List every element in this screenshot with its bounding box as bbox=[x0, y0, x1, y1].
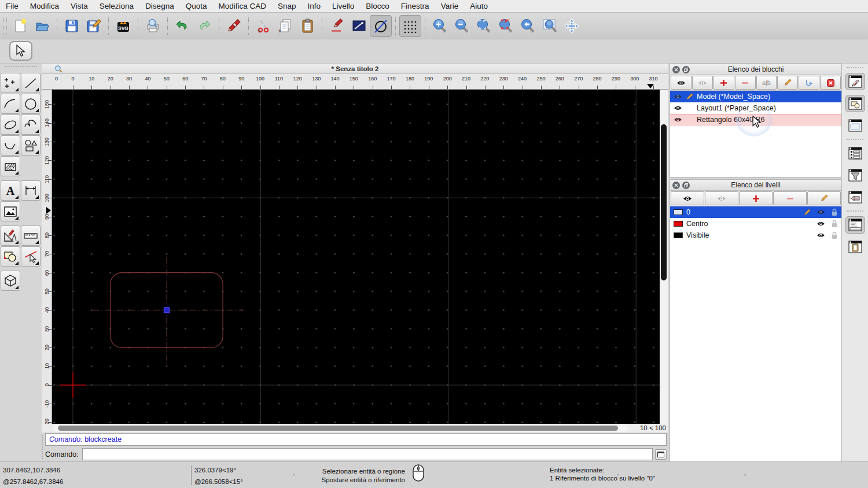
spline-tool-button[interactable] bbox=[21, 114, 41, 135]
grid-toggle-button[interactable] bbox=[399, 15, 421, 37]
horizontal-scrollbar-thumb[interactable] bbox=[58, 426, 618, 431]
command-line-toggle-button[interactable] bbox=[845, 216, 865, 234]
drawing-canvas[interactable] bbox=[52, 90, 660, 424]
horizontal-scrollbar[interactable] bbox=[53, 424, 628, 432]
save-as-button[interactable] bbox=[83, 15, 105, 37]
selection-filter-toggle-button[interactable] bbox=[845, 167, 865, 184]
pen-settings-toggle-button[interactable] bbox=[845, 188, 865, 206]
block-row-rettangolo[interactable]: Rettangolo 60x40 R6 bbox=[670, 114, 841, 125]
menu-item[interactable]: File bbox=[0, 0, 24, 13]
cut-button[interactable]: + bbox=[252, 15, 274, 37]
new-document-button[interactable] bbox=[9, 15, 31, 37]
delete-block-button[interactable] bbox=[820, 76, 841, 90]
lock-icon[interactable] bbox=[831, 231, 838, 239]
copy-button[interactable]: + bbox=[274, 15, 296, 37]
preview-toggle-button[interactable] bbox=[845, 117, 865, 134]
select-tool-button[interactable] bbox=[9, 41, 32, 61]
layer-color-swatch[interactable] bbox=[674, 209, 683, 215]
solid-3d-tool-button[interactable] bbox=[1, 271, 20, 291]
zoom-in-button[interactable] bbox=[429, 15, 451, 37]
vertical-scrollbar-thumb[interactable] bbox=[661, 124, 667, 280]
remove-layer-button[interactable] bbox=[773, 191, 807, 205]
zoom-out-button[interactable] bbox=[451, 15, 473, 37]
remove-block-button[interactable] bbox=[735, 76, 756, 90]
menu-item[interactable]: Seleziona bbox=[94, 0, 139, 13]
layer-row-centro[interactable]: Centro bbox=[670, 218, 841, 230]
layer-color-swatch[interactable] bbox=[674, 232, 683, 238]
undo-button[interactable] bbox=[171, 15, 193, 37]
pan-button[interactable] bbox=[561, 15, 583, 37]
library-browser-toggle-button[interactable] bbox=[845, 95, 865, 112]
visibility-eye-icon[interactable] bbox=[816, 209, 825, 215]
menu-item[interactable]: Vista bbox=[65, 0, 94, 13]
circle-tool-button[interactable] bbox=[21, 94, 41, 114]
line-properties-button[interactable] bbox=[348, 15, 370, 37]
layer-row-0[interactable]: 0 bbox=[670, 206, 841, 218]
add-block-button[interactable] bbox=[713, 76, 734, 90]
drawing-window-titlebar[interactable]: * Senza titolo 2 bbox=[42, 64, 668, 74]
svg-export-button[interactable]: SVG bbox=[112, 15, 134, 37]
zoom-previous-button[interactable] bbox=[517, 15, 539, 37]
edit-layer-button[interactable] bbox=[807, 191, 841, 205]
layer-panel-close-button[interactable] bbox=[672, 182, 680, 189]
print-preview-button[interactable] bbox=[142, 15, 164, 37]
open-file-button[interactable] bbox=[31, 15, 53, 37]
block-panel-close-button[interactable] bbox=[672, 66, 680, 73]
layer-color-swatch[interactable] bbox=[674, 221, 683, 227]
paste-button[interactable] bbox=[296, 15, 318, 37]
save-button[interactable] bbox=[61, 15, 83, 37]
insert-block-button[interactable] bbox=[799, 76, 819, 90]
rename-block-button[interactable]: a|b bbox=[756, 76, 777, 90]
clipboard-toggle-button[interactable] bbox=[845, 238, 865, 256]
text-tool-button[interactable]: A bbox=[1, 180, 20, 201]
polyline-tool-button[interactable] bbox=[1, 135, 20, 156]
property-editor-toggle-button[interactable] bbox=[845, 73, 865, 90]
zoom-window-button[interactable] bbox=[539, 15, 561, 37]
command-options-button[interactable] bbox=[655, 449, 667, 460]
block-row-model[interactable]: Model (*Model_Space) bbox=[670, 91, 841, 102]
dimension-tool-button[interactable] bbox=[21, 180, 41, 201]
menu-item[interactable]: Livello bbox=[326, 0, 360, 13]
draw-pen-button[interactable] bbox=[326, 15, 348, 37]
block-show-all-button[interactable] bbox=[671, 76, 692, 90]
menu-item[interactable]: Modifica bbox=[24, 0, 65, 13]
menu-item[interactable]: Quota bbox=[180, 0, 213, 13]
lock-icon[interactable] bbox=[831, 208, 838, 216]
block-reference-marker[interactable] bbox=[164, 308, 170, 313]
block-row-layout1[interactable]: Layout1 (*Paper_Space) bbox=[670, 102, 841, 114]
edit-block-button[interactable] bbox=[777, 76, 798, 90]
layer-panel-float-button[interactable] bbox=[682, 182, 690, 189]
block-panel-float-button[interactable] bbox=[682, 66, 690, 73]
block-tools-button[interactable] bbox=[1, 246, 20, 267]
block-hide-all-button[interactable] bbox=[692, 76, 713, 90]
arc-tool-button[interactable] bbox=[1, 94, 20, 114]
layer-row-visibile[interactable]: Visibile bbox=[670, 230, 841, 241]
redo-button[interactable] bbox=[193, 15, 215, 37]
modify-tool-button[interactable] bbox=[1, 225, 20, 246]
layer-hide-all-button[interactable] bbox=[705, 191, 738, 205]
menu-item[interactable]: Aiuto bbox=[464, 0, 494, 13]
layer-show-all-button[interactable] bbox=[671, 191, 704, 205]
image-tool-button[interactable] bbox=[1, 201, 20, 221]
menu-item[interactable]: Varie bbox=[435, 0, 465, 13]
hatch-tool-button[interactable] bbox=[1, 156, 20, 176]
delete-entities-button[interactable] bbox=[223, 15, 245, 37]
menu-item[interactable]: Blocco bbox=[360, 0, 395, 13]
add-layer-button[interactable] bbox=[739, 191, 773, 205]
points-tool-button[interactable] bbox=[1, 73, 20, 93]
visibility-eye-icon[interactable] bbox=[816, 232, 825, 238]
select-entity-tool-button[interactable] bbox=[21, 246, 41, 267]
command-input[interactable] bbox=[82, 448, 653, 460]
menu-item[interactable]: Modifica CAD bbox=[212, 0, 272, 13]
vertical-scrollbar[interactable] bbox=[660, 90, 668, 424]
ellipse-tool-button[interactable] bbox=[1, 114, 20, 135]
shapes-tool-button[interactable] bbox=[21, 135, 41, 156]
zoom-selection-button[interactable] bbox=[495, 15, 517, 37]
zoom-auto-button[interactable] bbox=[473, 15, 495, 37]
menu-item[interactable]: Finestra bbox=[395, 0, 435, 13]
measure-tool-button[interactable] bbox=[21, 225, 41, 246]
menu-item[interactable]: Info bbox=[302, 0, 327, 13]
isometric-projection-button[interactable] bbox=[370, 15, 392, 37]
menu-item[interactable]: Snap bbox=[272, 0, 302, 13]
menu-item[interactable]: Disegna bbox=[139, 0, 180, 13]
